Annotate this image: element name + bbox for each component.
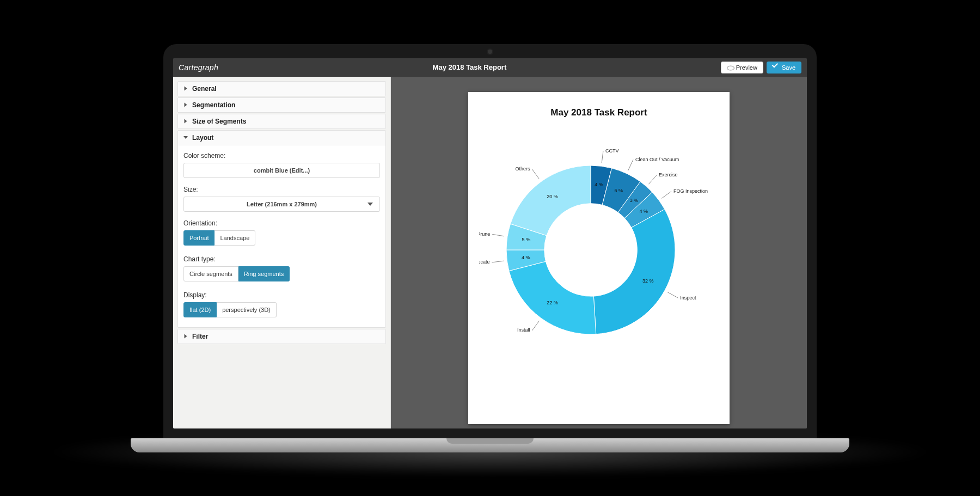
slice-percent-label: 4 % — [595, 182, 603, 187]
donut-slice — [509, 261, 596, 334]
slice-name-label: Others — [515, 166, 530, 172]
orientation-label: Orientation: — [183, 219, 380, 227]
chevron-down-icon — [183, 136, 188, 139]
accordion-label: Segmentation — [192, 101, 235, 109]
leader-line — [532, 169, 539, 179]
chevron-right-icon — [185, 87, 187, 91]
check-icon — [773, 64, 779, 71]
laptop-camera — [488, 50, 492, 54]
laptop-base — [131, 438, 849, 452]
slice-percent-label: 5 % — [522, 236, 531, 242]
slice-percent-label: 6 % — [614, 187, 623, 193]
donut-slice — [593, 209, 675, 334]
app-screen: Cartegraph May 2018 Task Report Preview … — [173, 58, 807, 428]
slice-name-label: Prune — [479, 231, 490, 236]
accordion-filter[interactable]: Filter — [177, 329, 386, 344]
display-label: Display: — [183, 291, 380, 299]
orientation-option-portrait[interactable]: Portrait — [183, 230, 215, 246]
color-scheme-button[interactable]: combit Blue (Edit...) — [183, 163, 380, 178]
app-header: Cartegraph May 2018 Task Report Preview … — [173, 58, 807, 77]
color-scheme-label: Color scheme: — [183, 152, 380, 160]
slice-name-label: Locate — [479, 259, 489, 265]
page-title: May 2018 Task Report — [218, 63, 721, 71]
accordion-header-filter[interactable]: Filter — [178, 329, 385, 344]
leader-line — [602, 151, 603, 163]
accordion-general[interactable]: General — [177, 81, 386, 96]
accordion-header-segmentation[interactable]: Segmentation — [178, 98, 385, 112]
work-area: General Segmentation Size of Segments — [173, 77, 807, 428]
chevron-right-icon — [185, 334, 187, 339]
orientation-option-landscape[interactable]: Landscape — [215, 230, 255, 246]
leader-line — [667, 292, 678, 298]
display-option-3d[interactable]: perspectively (3D) — [217, 302, 277, 317]
chevron-right-icon — [185, 103, 187, 107]
brand-logo: Cartegraph — [179, 63, 218, 72]
leader-line — [628, 160, 633, 170]
slice-percent-label: 4 % — [522, 255, 530, 260]
accordion-header-general[interactable]: General — [178, 82, 385, 96]
slice-percent-label: 20 % — [547, 194, 558, 199]
accordion-header-size-of-segments[interactable]: Size of Segments — [178, 114, 385, 128]
leader-line — [532, 321, 539, 330]
slice-name-label: Install — [517, 327, 530, 333]
accordion-segmentation[interactable]: Segmentation — [177, 97, 386, 113]
report-title: May 2018 Task Report — [478, 107, 720, 118]
size-select[interactable]: Letter (216mm x 279mm) — [183, 197, 380, 212]
save-button[interactable]: Save — [767, 62, 801, 74]
slice-percent-label: 4 % — [639, 208, 648, 213]
slice-percent-label: 3 % — [630, 198, 639, 203]
report-canvas[interactable]: May 2018 Task Report 4 %CCTV6 %Clean Out… — [391, 77, 807, 428]
accordion-label: Size of Segments — [192, 118, 246, 125]
chart-type-option-ring[interactable]: Ring segments — [238, 266, 290, 281]
laptop-mockup: Cartegraph May 2018 Task Report Preview … — [163, 44, 817, 452]
accordion-header-layout[interactable]: Layout — [178, 131, 385, 145]
leader-line — [648, 175, 657, 184]
leader-line — [492, 234, 504, 236]
preview-button-label: Preview — [736, 64, 757, 71]
display-option-flat[interactable]: flat (2D) — [183, 302, 217, 317]
save-button-label: Save — [782, 64, 795, 71]
size-label: Size: — [183, 186, 380, 193]
slice-percent-label: 22 % — [547, 299, 558, 305]
chart-type-toggle: Circle segments Ring segments — [183, 266, 380, 281]
accordion-layout[interactable]: Layout Color scheme: combit Blue (Edit..… — [177, 130, 386, 328]
leader-line — [492, 261, 504, 262]
leader-line — [661, 191, 671, 198]
preview-button[interactable]: Preview — [721, 62, 763, 74]
orientation-toggle: Portrait Landscape — [183, 230, 380, 246]
header-actions: Preview Save — [721, 62, 801, 74]
accordion-label: General — [192, 85, 217, 93]
chevron-right-icon — [185, 119, 187, 124]
accordion-label: Filter — [192, 333, 208, 340]
chart-container: 4 %CCTV6 %Clean Out / Vacuum3 %Exercise4… — [478, 130, 720, 370]
slice-name-label: Inspect — [680, 295, 696, 300]
chevron-down-icon — [367, 203, 373, 206]
slice-name-label: CCTV — [605, 148, 619, 153]
chart-type-label: Chart type: — [183, 255, 380, 263]
slice-name-label: Exercise — [659, 172, 678, 177]
display-toggle: flat (2D) perspectively (3D) — [183, 302, 380, 317]
chart-type-option-circle[interactable]: Circle segments — [183, 266, 238, 281]
size-select-value: Letter (216mm x 279mm) — [247, 201, 317, 207]
donut-chart: 4 %CCTV6 %Clean Out / Vacuum3 %Exercise4… — [479, 130, 719, 370]
slice-name-label: Clean Out / Vacuum — [635, 156, 679, 162]
laptop-screen-bezel: Cartegraph May 2018 Task Report Preview … — [163, 44, 817, 438]
eye-icon — [727, 64, 733, 71]
accordion-label: Layout — [192, 134, 213, 142]
accordion-body-layout: Color scheme: combit Blue (Edit...) Size… — [178, 145, 385, 327]
settings-sidebar: General Segmentation Size of Segments — [173, 77, 391, 428]
accordion-size-of-segments[interactable]: Size of Segments — [177, 114, 386, 129]
slice-name-label: FOG Inspection — [673, 188, 708, 193]
donut-slice — [511, 166, 591, 236]
slice-percent-label: 32 % — [642, 278, 654, 284]
report-page: May 2018 Task Report 4 %CCTV6 %Clean Out… — [468, 92, 730, 424]
